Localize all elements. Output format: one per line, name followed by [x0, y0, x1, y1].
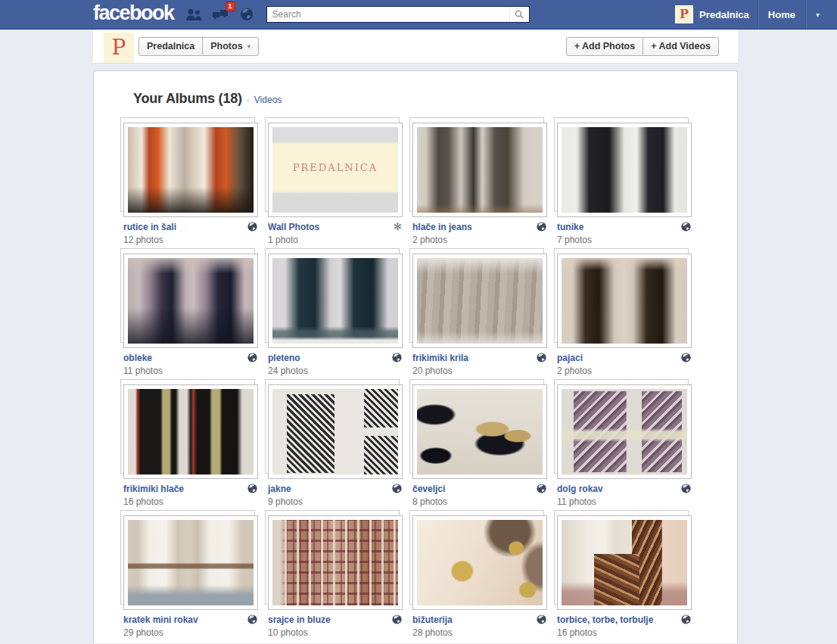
globe-icon	[537, 614, 546, 624]
album-thumbnail-link[interactable]	[557, 384, 692, 479]
album-thumbnail-link[interactable]	[557, 254, 692, 348]
album-thumbnail-link[interactable]	[557, 515, 692, 610]
album-cover-photo	[417, 258, 543, 344]
album-thumbnail-link[interactable]	[412, 254, 547, 348]
album-cover-photo	[562, 258, 687, 344]
facebook-logo[interactable]: facebook	[93, 2, 174, 25]
facebook-header: facebook 1 P Predalnica Home ▾	[0, 0, 837, 30]
album-name-link[interactable]: kratek mini rokav	[123, 614, 198, 625]
messages-icon[interactable]: 1	[210, 6, 230, 23]
photo-frame	[412, 123, 547, 217]
album-name-link[interactable]: pleteno	[268, 353, 300, 363]
album-tile: tunike7 photos	[557, 117, 692, 248]
album-name-link[interactable]: frikimiki hlače	[123, 484, 184, 494]
header-account-nav: P Predalnica Home ▾	[667, 0, 829, 30]
album-thumbnail-link[interactable]	[268, 384, 403, 479]
globe-icon	[681, 614, 691, 624]
page-name-button[interactable]: Predalnica	[138, 37, 203, 56]
photo-frame	[557, 254, 692, 348]
album-cover-photo	[417, 520, 543, 605]
album-name-link[interactable]: čeveljci	[412, 484, 445, 494]
profile-name-label: Predalnica	[699, 9, 749, 20]
album-name-link[interactable]: srajce in bluze	[268, 614, 331, 625]
add-videos-button[interactable]: + Add Videos	[643, 37, 719, 56]
album-tile: obleke11 photos	[123, 248, 258, 379]
album-name-link[interactable]: Wall Photos	[268, 222, 319, 232]
album-photo-count: 16 photos	[123, 496, 258, 507]
page-profile-picture[interactable]: P	[104, 33, 134, 63]
album-photo-count: 9 photos	[268, 496, 403, 507]
album-name-link[interactable]: torbice, torbe, torbulje	[557, 614, 653, 625]
photo-frame	[412, 515, 547, 610]
wall-photos-logo-text: PREDALNICA	[272, 162, 398, 173]
photo-frame	[123, 384, 258, 479]
album-photo-count: 28 photos	[412, 627, 547, 638]
globe-icon	[392, 614, 402, 624]
photos-dropdown-button[interactable]: Photos▾	[202, 37, 259, 56]
album-cover-photo	[417, 389, 543, 474]
photo-frame	[268, 254, 403, 348]
album-thumbnail-link[interactable]	[412, 384, 547, 479]
separator-dot: ·	[247, 95, 250, 105]
album-thumbnail-link[interactable]	[123, 384, 258, 479]
notifications-globe-icon[interactable]	[237, 6, 257, 23]
photo-frame	[557, 123, 692, 217]
album-name-link[interactable]: pajaci	[557, 353, 583, 363]
globe-icon	[681, 484, 691, 493]
album-name-link[interactable]: hlače in jeans	[412, 222, 472, 232]
account-menu-caret-icon[interactable]: ▾	[806, 11, 829, 19]
album-thumbnail-link[interactable]	[268, 515, 403, 610]
album-tile: PREDALNICA Wall Photos✻1 photo	[268, 117, 403, 248]
album-thumbnail-link[interactable]	[123, 123, 258, 217]
album-name-link[interactable]: frikimiki krila	[412, 353, 468, 363]
album-cover-photo	[128, 389, 254, 474]
album-tile: frikimiki krila20 photos	[412, 248, 547, 379]
album-name-link[interactable]: tunike	[557, 222, 583, 232]
globe-icon	[247, 222, 257, 232]
album-tile: torbice, torbe, torbulje16 photos	[557, 510, 692, 641]
album-tile: bižuterija28 photos	[412, 510, 547, 641]
album-photo-count: 16 photos	[557, 627, 692, 638]
album-thumbnail-link[interactable]	[412, 515, 547, 610]
add-photos-button[interactable]: + Add Photos	[566, 37, 643, 56]
album-name-link[interactable]: rutice in šali	[123, 222, 176, 232]
album-thumbnail-link[interactable]	[268, 254, 403, 348]
header-nav-icons: 1	[184, 6, 257, 23]
album-thumbnail-link[interactable]: PREDALNICA	[268, 123, 403, 217]
album-name-link[interactable]: jakne	[268, 484, 291, 494]
search-input[interactable]	[267, 8, 509, 21]
friend-requests-icon[interactable]	[184, 6, 204, 23]
page-title: Your Albums (18)	[133, 91, 242, 107]
photo-frame	[557, 515, 692, 610]
videos-link[interactable]: Videos	[254, 95, 282, 105]
notification-badge: 1	[226, 2, 235, 11]
album-tile: rutice in šali12 photos	[123, 117, 258, 248]
album-thumbnail-link[interactable]	[123, 254, 258, 348]
album-thumbnail-link[interactable]	[412, 123, 547, 217]
album-name-link[interactable]: dolg rokav	[557, 484, 603, 494]
album-tile: čeveljci8 photos	[412, 379, 547, 510]
album-cover-photo	[562, 520, 687, 605]
photo-frame	[412, 254, 547, 348]
profile-menu-link[interactable]: P Predalnica	[667, 5, 758, 23]
album-photo-count: 24 photos	[268, 366, 403, 376]
globe-icon	[537, 484, 546, 493]
albums-header: Your Albums (18) · Videos	[94, 71, 737, 117]
home-link[interactable]: Home	[758, 9, 805, 20]
album-photo-count: 11 photos	[557, 496, 692, 507]
album-cover-photo	[417, 127, 543, 213]
album-tile: srajce in bluze10 photos	[268, 510, 403, 641]
album-thumbnail-link[interactable]	[123, 515, 258, 610]
search-icon	[515, 10, 524, 19]
globe-icon	[392, 353, 402, 362]
album-photo-count: 10 photos	[268, 627, 403, 638]
album-photo-count: 20 photos	[412, 366, 547, 376]
album-name-link[interactable]: obleke	[123, 353, 152, 363]
photo-frame	[412, 384, 547, 479]
globe-icon	[681, 353, 691, 362]
album-thumbnail-link[interactable]	[557, 123, 692, 217]
album-name-link[interactable]: bižuterija	[412, 614, 453, 625]
album-cover-photo	[272, 389, 398, 474]
photo-frame	[268, 515, 403, 610]
search-button[interactable]	[509, 7, 529, 22]
